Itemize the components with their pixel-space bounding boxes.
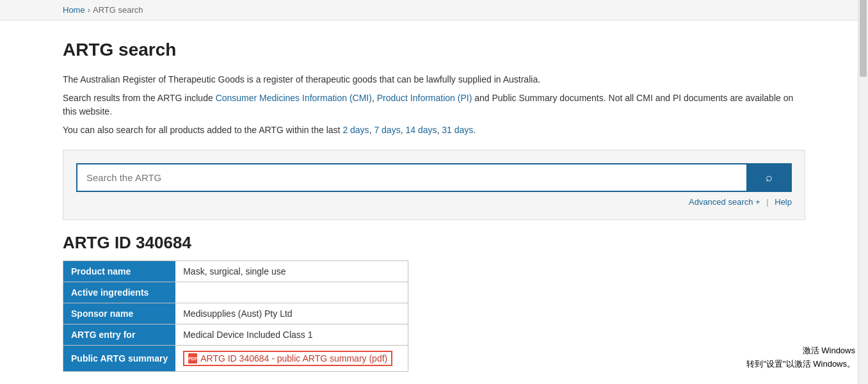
table-value-cell[interactable]: PDFARTG ID 340684 - public ARTG summary … — [175, 346, 408, 372]
main-content: ARTG search The Australian Register of T… — [50, 20, 818, 384]
intro2-prefix: Search results from the ARTG include — [63, 93, 216, 103]
breadcrumb-bar: Home › ARTG search — [0, 0, 868, 20]
table-value-cell: Medisupplies (Aust) Pty Ltd — [175, 303, 408, 324]
table-value-cell — [175, 282, 408, 303]
table-value-cell: Mask, surgical, single use — [175, 261, 408, 282]
pi-link[interactable]: Product Information (PI) — [377, 93, 472, 103]
intro2-comma: , — [372, 93, 377, 103]
artg-table: Product nameMask, surgical, single useAc… — [63, 260, 408, 372]
table-row: ARTG entry forMedical Device Included Cl… — [63, 324, 408, 346]
breadcrumb-home-link[interactable]: Home — [63, 5, 85, 15]
search-links: Advanced search + | Help — [76, 197, 792, 207]
cmi-link[interactable]: Consumer Medicines Information (CMI) — [216, 93, 372, 103]
days-14-link[interactable]: 14 days — [405, 125, 437, 135]
table-label-cell: ARTG entry for — [63, 324, 176, 346]
table-row: Public ARTG summaryPDFARTG ID 340684 - p… — [63, 346, 408, 372]
search-button[interactable]: ⌕ — [746, 163, 792, 192]
days-7-link[interactable]: 7 days — [374, 125, 400, 135]
table-row: Sponsor nameMedisupplies (Aust) Pty Ltd — [63, 303, 408, 324]
intro-paragraph-3: You can also search for all products add… — [63, 124, 805, 137]
table-value-cell: Medical Device Included Class 1 — [175, 324, 408, 346]
search-icon: ⌕ — [766, 171, 773, 184]
page-title: ARTG search — [63, 40, 805, 60]
advanced-search-link[interactable]: Advanced search + — [689, 197, 760, 207]
intro3-suffix: . — [473, 125, 476, 135]
breadcrumb-current: ARTG search — [93, 5, 143, 15]
intro-paragraph-2: Search results from the ARTG include Con… — [63, 92, 805, 118]
table-row: Active ingredients — [63, 282, 408, 303]
intro-paragraph-1: The Australian Register of Therapeutic G… — [63, 73, 805, 86]
results-section: ARTG ID 340684 Product nameMask, surgica… — [63, 233, 805, 372]
scrollbar-thumb[interactable] — [860, 0, 867, 77]
table-label-cell: Product name — [63, 261, 176, 282]
pdf-icon: PDF — [188, 353, 197, 364]
table-label-cell: Public ARTG summary — [63, 346, 176, 372]
table-label-cell: Active ingredients — [63, 282, 176, 303]
search-links-divider: | — [764, 197, 771, 207]
search-section: ⌕ Advanced search + | Help — [63, 150, 805, 220]
pdf-summary-link[interactable]: PDFARTG ID 340684 - public ARTG summary … — [183, 351, 392, 366]
search-row: ⌕ — [76, 163, 792, 192]
help-link[interactable]: Help — [775, 197, 792, 207]
scrollbar-track[interactable] — [858, 0, 868, 384]
artg-id-title: ARTG ID 340684 — [63, 233, 805, 253]
intro3-prefix: You can also search for all products add… — [63, 125, 342, 135]
search-input[interactable] — [76, 163, 746, 192]
table-label-cell: Sponsor name — [63, 303, 176, 324]
pdf-link-text: ARTG ID 340684 - public ARTG summary (pd… — [200, 353, 387, 364]
days-31-link[interactable]: 31 days — [442, 125, 473, 135]
table-row: Product nameMask, surgical, single use — [63, 261, 408, 282]
days-2-link[interactable]: 2 days — [342, 125, 369, 135]
breadcrumb-separator: › — [88, 5, 90, 15]
